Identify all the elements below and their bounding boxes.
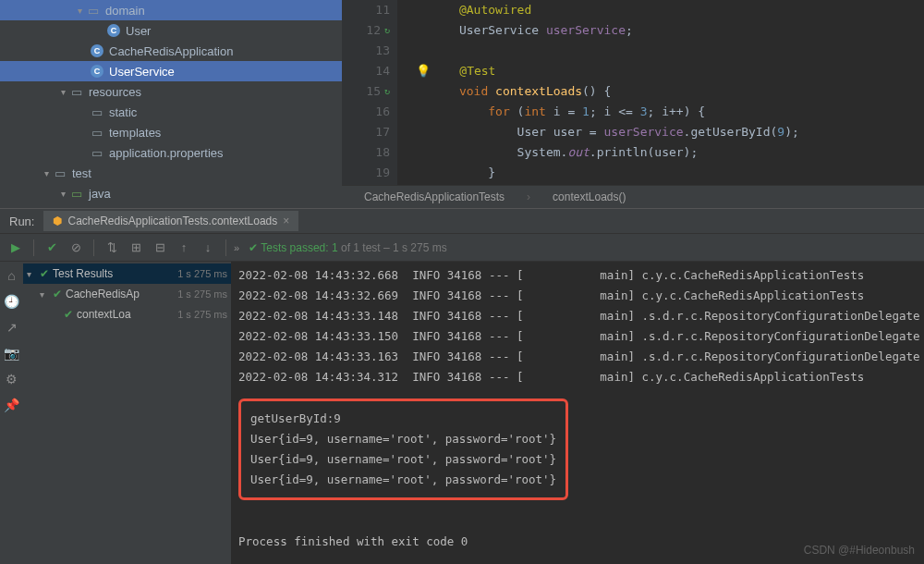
log-line: 2022-02-08 14:43:32.668 INFO 34168 --- [… bbox=[238, 265, 917, 286]
tree-item-domain[interactable]: ▾ ▭ domain bbox=[0, 0, 342, 20]
test-results-method[interactable]: ✔ contextLoa 1 s 275 ms bbox=[23, 304, 231, 325]
show-ignored-button[interactable]: ⊘ bbox=[66, 238, 86, 258]
collapse-all-button[interactable]: ⊟ bbox=[150, 238, 170, 258]
test-results-class[interactable]: ▾ ✔ CacheRedisAp 1 s 275 ms bbox=[23, 284, 231, 304]
log-line: 2022-02-08 14:43:33.148 INFO 34168 --- [… bbox=[238, 306, 917, 326]
nav-up-button[interactable]: ↑ bbox=[174, 238, 194, 258]
highlighted-output: getUserById:9 User{id=9, username='root'… bbox=[238, 398, 568, 500]
chevron-down-icon: ▾ bbox=[27, 269, 40, 279]
tree-label: test bbox=[72, 166, 91, 180]
check-icon: ✔ bbox=[40, 267, 49, 280]
test-results-tree[interactable]: ▾ ✔ Test Results 1 s 275 ms ▾ ✔ CacheRed… bbox=[23, 262, 231, 564]
tree-label: UserService bbox=[109, 65, 175, 79]
breadcrumb-class[interactable]: CacheRedisApplicationTests bbox=[360, 190, 508, 203]
tree-label: static bbox=[109, 105, 137, 119]
breadcrumb: CacheRedisApplicationTests › contextLoad… bbox=[342, 185, 924, 208]
tree-item-java[interactable]: ▾ ▭ java bbox=[0, 183, 342, 203]
tree-label: java bbox=[89, 187, 111, 201]
chevron-down-icon: ▾ bbox=[40, 289, 53, 300]
watermark: CSDN @#Hideonbush bbox=[804, 540, 915, 560]
tree-label: application.properties bbox=[109, 146, 224, 160]
sort-button[interactable]: ⇅ bbox=[102, 238, 122, 258]
folder-icon: ▭ bbox=[52, 166, 68, 180]
tree-item-test[interactable]: ▾ ▭ test bbox=[0, 163, 342, 183]
project-tree[interactable]: ▾ ▭ domain C User C CacheRedisApplicatio… bbox=[0, 0, 342, 208]
breadcrumb-method[interactable]: contextLoads() bbox=[549, 190, 629, 203]
bulb-icon[interactable]: 💡 bbox=[416, 64, 431, 78]
pin-icon[interactable]: 📌 bbox=[4, 397, 20, 413]
tree-item-app[interactable]: C CacheRedisApplication bbox=[0, 41, 342, 61]
run-side-toolbar: ⌂ 🕘 ↗ 📷 ⚙ 📌 bbox=[0, 262, 23, 564]
editor-gutter: 11 12↻ 13 14 15↻ 16 17 18 19 bbox=[342, 0, 397, 185]
class-icon: C bbox=[105, 24, 122, 37]
test-config-icon: ⬢ bbox=[53, 215, 62, 227]
camera-icon[interactable]: 📷 bbox=[4, 345, 20, 362]
settings-icon[interactable]: ⚙ bbox=[4, 371, 20, 387]
home-icon[interactable]: ⌂ bbox=[4, 267, 20, 284]
show-passed-button[interactable]: ✔ bbox=[42, 238, 62, 258]
tree-item-props[interactable]: ▭ application.properties bbox=[0, 142, 342, 163]
console-output[interactable]: 2022-02-08 14:43:32.668 INFO 34168 --- [… bbox=[231, 262, 924, 564]
tree-label: CacheRedisApplication bbox=[109, 44, 233, 58]
tree-item-resources[interactable]: ▾ ▭ resources bbox=[0, 81, 342, 102]
package-icon: ▭ bbox=[85, 4, 102, 18]
chevron-down-icon: ▾ bbox=[74, 6, 85, 16]
tree-label: User bbox=[126, 24, 151, 38]
folder-icon: ▭ bbox=[68, 85, 85, 99]
rerun-button[interactable]: ▶ bbox=[6, 238, 26, 258]
tree-item-service[interactable]: C UserService bbox=[0, 61, 342, 81]
chevron-down-icon: ▾ bbox=[57, 87, 68, 97]
check-icon: ✔ bbox=[53, 288, 62, 300]
log-line: 2022-02-08 14:43:33.163 INFO 34168 --- [… bbox=[238, 347, 917, 367]
tree-label: templates bbox=[109, 126, 161, 140]
export-icon[interactable]: ↗ bbox=[4, 319, 20, 336]
run-tab-label: CacheRedisApplicationTests.contextLoads bbox=[67, 215, 277, 227]
log-line: 2022-02-08 14:43:32.669 INFO 34168 --- [… bbox=[238, 286, 917, 306]
chevron-down-icon: ▾ bbox=[57, 189, 68, 199]
run-tab-item[interactable]: ⬢ CacheRedisApplicationTests.contextLoad… bbox=[43, 211, 298, 231]
class-icon: C bbox=[89, 44, 105, 57]
run-tab-bar: Run: ⬢ CacheRedisApplicationTests.contex… bbox=[0, 208, 924, 234]
run-gutter-icon[interactable]: ↻ bbox=[384, 81, 390, 102]
tree-label: domain bbox=[105, 4, 145, 18]
run-gutter-icon[interactable]: ↻ bbox=[384, 20, 390, 41]
expand-all-button[interactable]: ⊞ bbox=[126, 238, 146, 258]
file-icon: ▭ bbox=[89, 146, 105, 160]
folder-icon: ▭ bbox=[89, 126, 105, 140]
tree-label: resources bbox=[89, 85, 141, 99]
annotation: @Autowired bbox=[459, 3, 531, 17]
chevron-right-icon[interactable]: » bbox=[234, 242, 239, 253]
chevron-right-icon: › bbox=[527, 190, 530, 203]
log-line: 2022-02-08 14:43:34.312 INFO 34168 --- [… bbox=[238, 367, 917, 387]
folder-icon: ▭ bbox=[89, 105, 105, 119]
run-toolbar: ▶ ✔ ⊘ ⇅ ⊞ ⊟ ↑ ↓ » ✔ Tests passed: 1 of 1… bbox=[0, 234, 924, 262]
code-area[interactable]: @Autowired UserService userService; 💡 @T… bbox=[397, 0, 924, 185]
tree-item-templates[interactable]: ▭ templates bbox=[0, 122, 342, 142]
class-icon: C bbox=[89, 65, 105, 78]
tree-item-static[interactable]: ▭ static bbox=[0, 102, 342, 122]
code-editor[interactable]: 11 12↻ 13 14 15↻ 16 17 18 19 @Autowired … bbox=[342, 0, 924, 208]
log-line: 2022-02-08 14:43:33.150 INFO 34168 --- [… bbox=[238, 326, 917, 347]
folder-icon: ▭ bbox=[68, 187, 85, 201]
close-icon[interactable]: × bbox=[283, 215, 289, 227]
chevron-down-icon: ▾ bbox=[41, 168, 52, 178]
test-results-root[interactable]: ▾ ✔ Test Results 1 s 275 ms bbox=[23, 264, 231, 284]
tree-item-user[interactable]: C User bbox=[0, 20, 342, 41]
check-icon: ✔ bbox=[64, 308, 73, 321]
test-summary: ✔ Tests passed: 1 of 1 test – 1 s 275 ms bbox=[249, 241, 447, 254]
history-icon[interactable]: 🕘 bbox=[4, 293, 20, 310]
nav-down-button[interactable]: ↓ bbox=[198, 238, 218, 258]
run-label: Run: bbox=[0, 215, 43, 228]
